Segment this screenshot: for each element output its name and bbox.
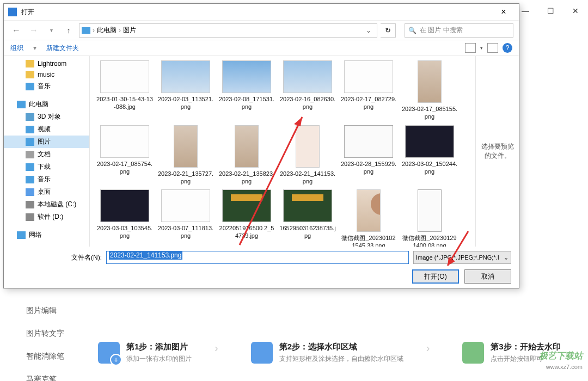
- new-folder-button[interactable]: 新建文件夹: [46, 44, 79, 53]
- tree-item[interactable]: 视频: [4, 123, 89, 136]
- file-name: 2023-02-17_082729.png: [340, 95, 397, 111]
- file-thumbnail: [418, 189, 442, 232]
- tree-item-label: 下载: [38, 162, 51, 171]
- breadcrumb-folder[interactable]: 图片: [123, 26, 136, 35]
- tree-item[interactable]: 下载: [4, 161, 89, 173]
- site-watermark: 极艺下载站: [539, 351, 583, 362]
- file-item[interactable]: 2023-02-16_082630.png: [277, 58, 338, 123]
- obj3d-icon: [26, 113, 34, 121]
- file-name: 微信截图_202301021545 33.png: [340, 234, 397, 247]
- file-name: 2023-03-03_103545.png: [96, 224, 153, 240]
- tree-item-label: 音乐: [38, 82, 51, 91]
- view-mode-button[interactable]: [465, 43, 476, 53]
- address-dropdown-icon[interactable]: ⌄: [363, 27, 375, 34]
- file-item[interactable]: 2023-02-28_155929.png: [338, 123, 399, 188]
- file-thumbnail: [357, 189, 381, 232]
- file-name: 2023-02-21_135727.png: [157, 170, 214, 186]
- file-name: 2023-02-17_085754.png: [96, 160, 153, 176]
- refresh-button[interactable]: ↻: [381, 23, 396, 38]
- site-watermark-url: www.xz7.com: [546, 364, 583, 370]
- tree-item[interactable]: 音乐: [4, 173, 89, 186]
- filetype-select[interactable]: Image (*.JPG;*.JPEG;*.PNG;*.I⌄: [413, 251, 511, 264]
- tree-item-label: 网络: [29, 230, 42, 239]
- file-thumbnail: [405, 125, 454, 158]
- file-item[interactable]: 微信截图_202301021545 33.png: [338, 187, 399, 247]
- file-thumbnail: [100, 125, 149, 158]
- tree-item-label: 图片: [38, 137, 51, 146]
- file-item[interactable]: 2023-02-08_171531.png: [216, 58, 277, 123]
- file-thumbnail: [283, 189, 332, 222]
- tree-item[interactable]: 音乐: [4, 80, 89, 93]
- breadcrumb-root[interactable]: 此电脑: [97, 26, 117, 35]
- music-icon: [26, 83, 34, 90]
- bg-close-button[interactable]: ✕: [563, 0, 588, 22]
- background-window-controls: — ☐ ✕: [513, 0, 588, 22]
- tree-item[interactable]: music: [4, 69, 89, 80]
- sidebar-item-smart-erase[interactable]: 智能消除笔: [0, 345, 87, 368]
- file-item[interactable]: 2023-02-17_082729.png: [338, 58, 399, 123]
- filename-value: 2023-02-21_141153.png: [109, 251, 182, 260]
- file-open-dialog: 打开 × ← → ▾ ↑ › 此电脑 › 图片 ⌄ ↻ 🔍 在 图片 中搜索 组…: [3, 3, 519, 288]
- search-icon: 🔍: [408, 27, 416, 34]
- tree-item-label: 音乐: [38, 175, 51, 184]
- filename-input[interactable]: 2023-02-21_141153.png: [106, 251, 409, 264]
- tree-item[interactable]: 此电脑: [4, 98, 89, 110]
- file-item[interactable]: 1652950316238735.jpg: [277, 187, 338, 247]
- file-item[interactable]: 2023-03-03_103545.png: [94, 187, 155, 247]
- file-item[interactable]: 2023-03-02_150244.png: [399, 123, 460, 188]
- file-item[interactable]: 2023-01-30-15-43-13-088.jpg: [94, 58, 155, 123]
- bg-maximize-button[interactable]: ☐: [538, 0, 563, 22]
- file-name: 2023-02-16_082630.png: [279, 95, 336, 111]
- nav-up-button[interactable]: ↑: [62, 23, 76, 38]
- file-thumbnail: [161, 189, 210, 222]
- file-item[interactable]: 2023-03-07_111813.png: [155, 187, 216, 247]
- file-item[interactable]: 2023-02-21_135823.png: [216, 123, 277, 188]
- nav-forward-button[interactable]: →: [27, 23, 41, 38]
- desk-icon: [26, 188, 34, 196]
- file-item[interactable]: 2023-02-17_085155.png: [399, 58, 460, 123]
- tree-item-label: 此电脑: [29, 100, 48, 109]
- file-name: 2023-03-02_150244.png: [401, 160, 458, 176]
- tree-item[interactable]: 桌面: [4, 186, 89, 198]
- open-button[interactable]: 打开(O): [412, 269, 459, 284]
- help-icon[interactable]: ?: [503, 43, 512, 53]
- tree-item[interactable]: 软件 (D:): [4, 211, 89, 223]
- step-1[interactable]: 第1步：添加图片 添加一张有水印的图片 ›: [98, 342, 218, 364]
- tree-item[interactable]: 图片: [4, 136, 89, 148]
- file-item[interactable]: 2023-02-21_141153.png: [277, 123, 338, 188]
- tree-item-label: 文档: [38, 150, 51, 159]
- file-item[interactable]: 2023-02-17_085754.png: [94, 123, 155, 188]
- tree-item[interactable]: 本地磁盘 (C:): [4, 198, 89, 211]
- file-item[interactable]: 2023-02-21_135727.png: [155, 123, 216, 188]
- tree-item[interactable]: 网络: [4, 229, 89, 241]
- file-grid[interactable]: 2023-01-30-15-43-13-088.jpg2023-02-03_11…: [90, 56, 475, 247]
- vid-icon: [26, 126, 34, 133]
- tree-item[interactable]: 3D 对象: [4, 110, 89, 123]
- start-icon: [462, 342, 484, 364]
- img-icon: [26, 138, 34, 146]
- dialog-close-button[interactable]: ×: [493, 7, 514, 17]
- sidebar-item-image-edit[interactable]: 图片编辑: [0, 299, 87, 322]
- file-item[interactable]: 2023-02-03_113521.png: [155, 58, 216, 123]
- file-item[interactable]: 2022051916500 2_54739.jpg: [216, 187, 277, 247]
- sidebar-item-mosaic[interactable]: 马赛克笔: [0, 368, 87, 381]
- tree-item-label: 软件 (D:): [38, 212, 63, 222]
- file-thumbnail: [222, 60, 271, 93]
- dl-icon: [26, 163, 34, 171]
- nav-recent-dropdown[interactable]: ▾: [44, 23, 58, 38]
- nav-back-button[interactable]: ←: [9, 23, 23, 38]
- tree-item[interactable]: Lightroom: [4, 58, 89, 69]
- organize-menu[interactable]: 组织: [10, 44, 23, 53]
- preview-toggle-button[interactable]: [487, 43, 498, 53]
- step1-title: 第1步：添加图片: [126, 342, 192, 352]
- sidebar-item-ocr[interactable]: 图片转文字: [0, 322, 87, 345]
- address-bar[interactable]: › 此电脑 › 图片 ⌄: [79, 23, 377, 38]
- file-item[interactable]: 微信截图_202301291400 08.png: [399, 187, 460, 247]
- tree-item[interactable]: 文档: [4, 148, 89, 161]
- cancel-button[interactable]: 取消: [464, 269, 511, 284]
- steps-panel: 第1步：添加图片 添加一张有水印的图片 › 第2步：选择水印区域 支持矩形框及涂…: [98, 327, 584, 378]
- search-input[interactable]: 🔍 在 图片 中搜索: [405, 23, 513, 38]
- tree-item-label: Lightroom: [38, 60, 66, 67]
- dialog-title: 打开: [21, 8, 493, 17]
- folder-tree[interactable]: Lightroommusic音乐此电脑3D 对象视频图片文档下载音乐桌面本地磁盘…: [4, 56, 90, 247]
